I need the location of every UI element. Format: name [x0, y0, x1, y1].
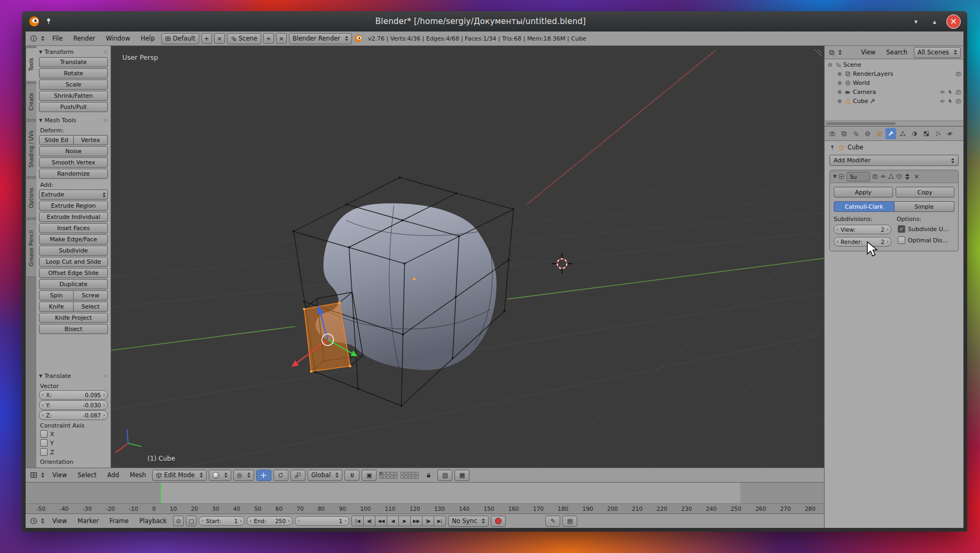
apply-modifier-button[interactable]: Apply [834, 187, 893, 198]
renderable-icon[interactable] [955, 89, 961, 95]
window-titlebar[interactable]: Blender* [/home/sergiy/Документы/untitle… [22, 11, 967, 31]
vector-x-field[interactable]: ‹ X: 0.095 › [39, 390, 108, 400]
outliner-row-cube[interactable]: ⊕ Cube [827, 97, 961, 106]
menu-mesh[interactable]: Mesh [126, 470, 150, 480]
menu-marker[interactable]: Marker [73, 516, 103, 526]
simple-button[interactable]: Simple [895, 201, 955, 212]
knife-project-button[interactable]: Knife Project [39, 313, 108, 323]
tab-texture[interactable] [921, 128, 931, 139]
fast-forward-button[interactable]: ▶▶ [411, 516, 422, 526]
eye-icon[interactable] [939, 98, 945, 104]
vertex-slide-button[interactable]: Vertex [74, 135, 108, 145]
outliner-horizontal-scrollbar[interactable] [825, 121, 963, 126]
extrude-individual-button[interactable]: Extrude Individual [39, 212, 108, 222]
scrollbar-thumb[interactable] [826, 122, 896, 125]
make-edge-face-button[interactable]: Make Edge/Face [39, 234, 108, 244]
layer-buttons-bottom[interactable] [401, 472, 419, 479]
viewport-visibility-toggle-icon[interactable] [880, 173, 886, 179]
outliner-row-scene[interactable]: ⊖ Scene [827, 60, 961, 69]
bisect-button[interactable]: Bisect [39, 324, 108, 334]
renderable-icon[interactable] [955, 98, 961, 104]
vector-z-field[interactable]: ‹ Z: -0.087 › [39, 410, 108, 420]
timeline-ruler[interactable]: -50-40-30-20-100102030405060708090100110… [26, 503, 824, 514]
menu-frame[interactable]: Frame [105, 516, 133, 526]
auto-keyframe-toggle[interactable] [491, 516, 506, 527]
subdivide-button[interactable]: Subdivide [39, 246, 108, 256]
inset-faces-button[interactable]: Inset Faces [39, 223, 108, 233]
modifier-header[interactable]: ▼ Su × [830, 170, 958, 183]
decrement-icon[interactable]: ‹ [201, 518, 203, 524]
menu-view[interactable]: View [48, 470, 71, 480]
screen-layout-selector[interactable]: Default [161, 33, 199, 44]
keying-set-button[interactable]: ✎ [545, 516, 560, 527]
region-corner-grip[interactable] [814, 49, 822, 57]
end-frame-field[interactable]: ‹ End: 250 › [247, 516, 293, 526]
menu-render[interactable]: Render [69, 34, 99, 43]
spin-button[interactable]: Spin [39, 290, 74, 301]
manipulator-translate-toggle[interactable] [256, 470, 271, 481]
collapse-toggle-icon[interactable]: ⊖ [827, 62, 833, 68]
menu-file[interactable]: File [48, 34, 67, 43]
snap-toggle[interactable] [344, 470, 359, 481]
outliner-item-label[interactable]: Camera [853, 89, 876, 96]
constraint-x-checkbox[interactable] [40, 430, 48, 438]
menu-add[interactable]: Add [103, 470, 123, 480]
delete-modifier-button[interactable]: × [913, 173, 920, 180]
menu-select[interactable]: Select [73, 470, 100, 480]
window-shade-button[interactable]: ▾ [909, 14, 923, 28]
loop-cut-slide-button[interactable]: Loop Cut and Slide [39, 257, 108, 267]
eye-icon[interactable] [939, 89, 945, 95]
increment-icon[interactable]: › [344, 518, 347, 524]
increment-icon[interactable]: › [887, 239, 889, 244]
tab-object-data[interactable] [897, 128, 908, 139]
scene-selector[interactable]: Scene [227, 33, 261, 44]
panel-header-transform[interactable]: ▼ Transform ≡ [39, 48, 108, 57]
tab-object[interactable] [874, 128, 884, 139]
pin-icon[interactable] [829, 145, 835, 151]
current-frame-field[interactable]: ‹ 1 › [295, 516, 349, 526]
tab-modifiers[interactable] [885, 128, 896, 139]
tab-physics[interactable] [944, 128, 955, 139]
outliner-display-filter[interactable]: All Scenes [914, 47, 961, 58]
expand-toggle-icon[interactable]: ⊕ [836, 71, 843, 77]
menu-search[interactable]: Search [882, 48, 912, 57]
manipulator-scale-toggle[interactable] [291, 470, 305, 481]
decrement-icon[interactable]: ‹ [836, 239, 838, 244]
duplicate-button[interactable]: Duplicate [39, 279, 108, 289]
noise-button[interactable]: Noise [39, 146, 108, 156]
tab-create[interactable]: Create [26, 83, 36, 120]
menu-help[interactable]: Help [137, 34, 159, 43]
vector-y-field[interactable]: ‹ Y: -0.030 › [39, 400, 108, 410]
tab-grease-pencil[interactable]: Grease Pencil [26, 219, 36, 277]
window-maximize-button[interactable]: ▴ [928, 14, 942, 28]
increment-icon[interactable]: › [103, 392, 105, 398]
outliner-item-label[interactable]: Cube [853, 98, 868, 105]
window-close-button[interactable]: × [946, 14, 961, 29]
extrude-region-button[interactable]: Extrude Region [39, 201, 108, 211]
tab-world[interactable] [862, 128, 873, 139]
editor-type-button[interactable] [28, 516, 46, 526]
rotate-button[interactable]: Rotate [39, 68, 108, 78]
render-engine-selector[interactable]: Blender Render [289, 33, 352, 44]
tab-options[interactable]: Options [26, 178, 36, 218]
play-reverse-button[interactable]: ◀ [387, 516, 399, 526]
pin-icon[interactable] [45, 18, 52, 25]
expand-toggle-icon[interactable]: ⊕ [836, 80, 843, 86]
decrement-icon[interactable]: ‹ [249, 518, 252, 524]
outliner-row-camera[interactable]: ⊕ Camera [827, 88, 961, 97]
decrement-icon[interactable]: ‹ [42, 402, 44, 408]
constraint-y-checkbox[interactable] [40, 439, 48, 447]
render-subdivisions-field[interactable]: ‹ Render: 2 › [834, 237, 891, 247]
outliner-item-label[interactable]: RenderLayers [853, 70, 893, 77]
use-preview-range-toggle[interactable]: ⊙ [173, 516, 184, 526]
tab-render-layers[interactable] [838, 128, 849, 139]
tab-render[interactable] [827, 128, 837, 139]
view-subdivisions-field[interactable]: ‹ View: 2 › [834, 225, 891, 234]
cage-display-toggle-icon[interactable] [896, 173, 902, 179]
outliner-row-renderlayers[interactable]: ⊕ RenderLayers [827, 69, 961, 78]
jump-prev-keyframe-button[interactable]: ◀| [364, 516, 375, 526]
3d-viewport-canvas[interactable] [26, 46, 824, 468]
smooth-vertex-button[interactable]: Smooth Vertex [39, 157, 108, 168]
viewport-shading-selector[interactable] [209, 470, 231, 481]
expand-toggle-icon[interactable]: ⊕ [836, 89, 843, 95]
